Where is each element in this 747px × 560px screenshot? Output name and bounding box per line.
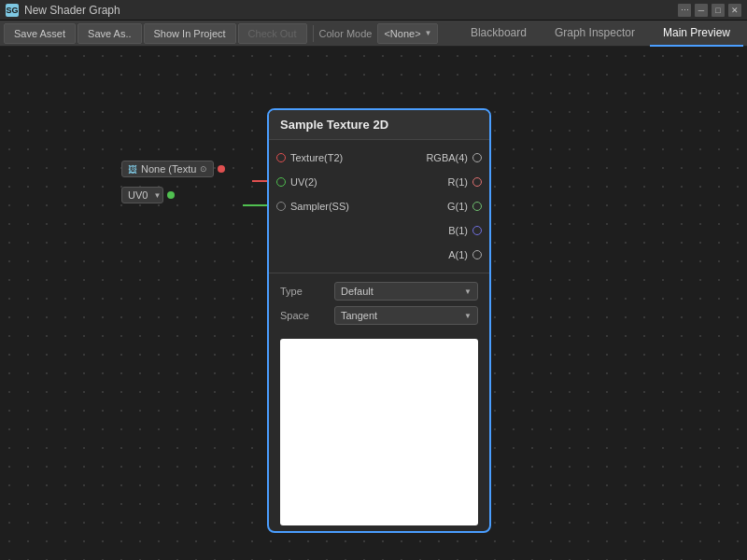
node-header: Sample Texture 2D [269, 110, 489, 140]
window-title: New Shader Graph [24, 4, 678, 17]
input-ports: Texture(T2) UV(2) Sampler(SS) [269, 146, 354, 267]
type-prop-row: Type Default ▼ [269, 279, 489, 303]
uv-dropdown-arrow: ▼ [153, 191, 161, 200]
g-port-label: G(1) [447, 201, 468, 212]
node-title: Sample Texture 2D [280, 118, 388, 132]
space-label: Space [280, 310, 327, 321]
a-port-dot [472, 250, 482, 259]
ports-row: Texture(T2) UV(2) Sampler(SS) RGBA(4) [269, 146, 489, 267]
rgba-port-label: RGBA(4) [426, 152, 468, 163]
space-dropdown-arrow: ▼ [464, 312, 472, 320]
b-port-dot [472, 226, 482, 235]
uv-connection-dot [167, 191, 175, 199]
show-in-project-button[interactable]: Show In Project [144, 23, 236, 44]
node-body: Texture(T2) UV(2) Sampler(SS) RGBA(4) [269, 140, 489, 273]
shader-node: Sample Texture 2D Texture(T2) UV(2) [267, 108, 491, 533]
sampler-input-port: Sampler(SS) [269, 194, 354, 218]
separator [313, 25, 314, 42]
output-ports: RGBA(4) R(1) G(1) B(1) [421, 146, 489, 267]
a-port-label: A(1) [448, 249, 468, 260]
save-as-button[interactable]: Save As.. [78, 23, 141, 44]
space-dropdown[interactable]: Tangent ▼ [334, 306, 478, 325]
type-label: Type [280, 286, 327, 297]
canvas-area[interactable]: 🖼 None (Textu ⊙ UV0 ▼ Sample Texture 2D [0, 47, 747, 560]
texture-input-label[interactable]: 🖼 None (Textu ⊙ [121, 161, 214, 177]
save-asset-button[interactable]: Save Asset [4, 23, 76, 44]
external-inputs: 🖼 None (Textu ⊙ UV0 ▼ [121, 157, 229, 207]
minimize-button[interactable]: ─ [695, 4, 708, 17]
graph-inspector-tab[interactable]: Graph Inspector [542, 21, 648, 47]
texture-port-dot [276, 153, 286, 162]
node-properties: Type Default ▼ Space Tangent ▼ [269, 273, 489, 333]
window-controls: ⋯ ─ □ ✕ [678, 4, 741, 17]
r-port-label: R(1) [448, 176, 468, 188]
uv-port-label: UV(2) [290, 176, 317, 188]
color-mode-label: Color Mode [319, 28, 373, 39]
type-dropdown[interactable]: Default ▼ [334, 282, 478, 301]
uv-input-port: UV(2) [269, 170, 354, 194]
close-button[interactable]: ✕ [728, 4, 741, 17]
uv-input-row: UV0 ▼ [121, 183, 229, 207]
type-value: Default [341, 286, 374, 297]
r-output-port: R(1) [421, 170, 489, 194]
uv-input-value: UV0 [128, 189, 148, 201]
space-prop-row: Space Tangent ▼ [269, 303, 489, 328]
texture-input-value: None (Textu [141, 163, 196, 175]
title-bar: SG New Shader Graph ⋯ ─ □ ✕ [0, 0, 747, 21]
node-preview [280, 339, 478, 525]
texture-icon: 🖼 [128, 164, 137, 175]
r-port-dot [472, 177, 482, 187]
texture-input-row: 🖼 None (Textu ⊙ [121, 157, 229, 181]
rgba-output-port: RGBA(4) [421, 146, 489, 170]
maximize-button[interactable]: □ [712, 4, 725, 17]
space-value: Tangent [341, 310, 377, 321]
blackboard-tab[interactable]: Blackboard [458, 21, 540, 47]
texture-port-label: Texture(T2) [290, 152, 343, 163]
sampler-port-dot [276, 202, 286, 211]
app-icon: SG [6, 4, 19, 17]
b-port-label: B(1) [448, 225, 468, 236]
dropdown-arrow-icon: ▼ [425, 29, 432, 37]
check-out-button[interactable]: Check Out [238, 23, 307, 44]
b-output-port: B(1) [421, 218, 489, 243]
sampler-port-label: Sampler(SS) [290, 201, 349, 212]
menu-button[interactable]: ⋯ [678, 4, 691, 17]
color-mode-value: <None> [384, 28, 420, 39]
g-output-port: G(1) [421, 194, 489, 218]
texture-input-port: Texture(T2) [269, 146, 354, 170]
texture-dot-icon: ⊙ [200, 164, 207, 174]
texture-connection-dot [218, 165, 225, 173]
toolbar: Save Asset Save As.. Show In Project Che… [0, 21, 747, 47]
type-dropdown-arrow: ▼ [464, 287, 472, 296]
uv-port-dot [276, 177, 286, 187]
main-preview-tab[interactable]: Main Preview [650, 21, 743, 47]
rgba-port-dot [472, 153, 482, 162]
color-mode-dropdown[interactable]: <None> ▼ [377, 23, 438, 44]
a-output-port: A(1) [421, 243, 489, 267]
g-port-dot [472, 202, 482, 211]
uv-input-label[interactable]: UV0 ▼ [121, 187, 163, 203]
